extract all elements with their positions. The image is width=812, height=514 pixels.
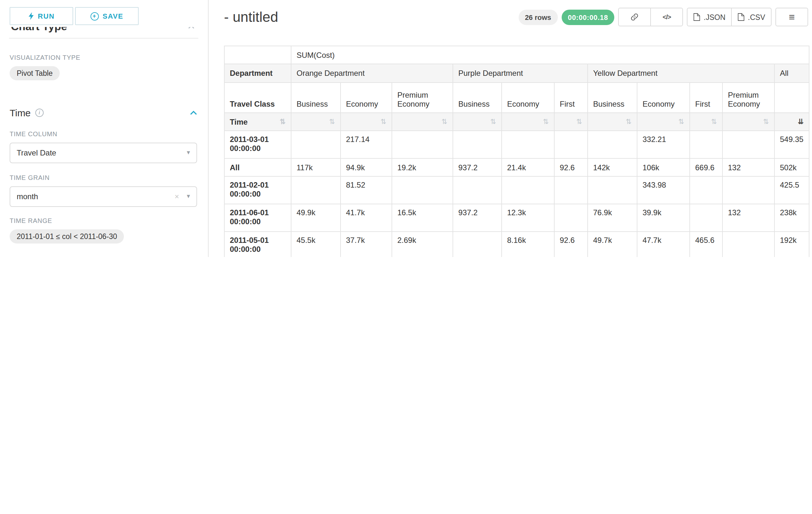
- sort-icon[interactable]: ⇅: [280, 117, 286, 126]
- pivot-cell: 343.98: [637, 177, 690, 204]
- time-column-select[interactable]: Travel Date ▾: [10, 143, 197, 163]
- time-header: Time⇅: [224, 113, 291, 131]
- pivot-cell: [453, 232, 502, 257]
- column-header: [775, 83, 809, 113]
- pivot-cell: [554, 131, 588, 158]
- run-button[interactable]: RUN: [10, 7, 73, 25]
- clear-icon[interactable]: ×: [175, 193, 179, 200]
- chevron-up-icon: [188, 27, 195, 29]
- time-section-title: Time: [10, 107, 31, 118]
- chart-panel: - untitled 26 rows 00:00:00.18 </>: [209, 0, 812, 257]
- sort-icon[interactable]: ⇅: [381, 117, 386, 126]
- app-window: RUN + SAVE Chart Type VISUALIZATION TYPE…: [0, 0, 812, 257]
- time-range-value[interactable]: 2011-01-01 ≤ col < 2011-06-30: [10, 229, 124, 244]
- file-icon: [694, 13, 701, 21]
- caret-down-icon: ▾: [187, 150, 190, 156]
- pivot-cell: 192k: [775, 232, 809, 257]
- sort-header-cell: ⇅: [588, 113, 637, 131]
- collapse-time-section-button[interactable]: [190, 110, 197, 115]
- table-row: 2011-06-01 00:00:00 49.9k 41.7k 16.5k 93…: [224, 204, 809, 232]
- column-header: Business: [453, 83, 502, 113]
- embed-code-button[interactable]: </>: [650, 8, 683, 26]
- export-json-button[interactable]: .JSON: [687, 8, 732, 26]
- pivot-cell: 16.5k: [392, 204, 453, 232]
- rows-count-badge: 26 rows: [518, 9, 557, 25]
- sort-icon[interactable]: ⇅: [711, 117, 717, 126]
- pivot-cell: 12.3k: [502, 204, 554, 232]
- pivot-cell: 37.7k: [341, 232, 392, 257]
- metric-header-row: SUM(Cost): [224, 46, 809, 64]
- sort-header-cell: ⇅: [453, 113, 502, 131]
- pivot-cell: 937.2: [453, 204, 502, 232]
- pivot-cell: [554, 177, 588, 204]
- sort-icon[interactable]: ⇅: [626, 117, 632, 126]
- pivot-cell: 92.6: [554, 158, 588, 177]
- chart-type-heading-clipped: Chart Type: [10, 27, 197, 35]
- travel-class-header-row: Travel Class Business Economy Premium Ec…: [224, 83, 809, 113]
- pivot-cell: 94.9k: [341, 158, 392, 177]
- column-header: Economy: [502, 83, 554, 113]
- pivot-cell: 8.16k: [502, 232, 554, 257]
- pivot-cell: [722, 131, 775, 158]
- pivot-cell: 47.7k: [637, 232, 690, 257]
- group-header-purple: Purple Department: [453, 64, 588, 83]
- circle-plus-icon: +: [90, 12, 99, 20]
- pivot-cell: 425.5: [775, 177, 809, 204]
- visualization-type-label: VISUALIZATION TYPE: [10, 54, 197, 61]
- pivot-cell: 41.7k: [341, 204, 392, 232]
- sort-header-cell: ⇅: [722, 113, 775, 131]
- sort-header-cell: ⇅: [502, 113, 554, 131]
- pivot-row-header: 2011-02-01 00:00:00: [224, 177, 291, 204]
- sort-icon[interactable]: ⇅: [329, 117, 335, 126]
- file-icon: [737, 13, 745, 21]
- column-header: Economy: [341, 83, 392, 113]
- group-header-orange: Orange Department: [291, 64, 453, 83]
- time-section-header: Time i: [10, 107, 197, 118]
- share-button-group: </>: [618, 8, 683, 26]
- chart-type-heading-text: Chart Type: [11, 27, 67, 33]
- sort-icon[interactable]: ⇅: [763, 117, 769, 126]
- pivot-cell: 132: [722, 204, 775, 232]
- pivot-cell: [392, 131, 453, 158]
- menu-icon: ≡: [789, 11, 795, 23]
- group-header-yellow: Yellow Department: [588, 64, 775, 83]
- save-button[interactable]: + SAVE: [75, 7, 139, 25]
- sort-icon[interactable]: ⇅: [678, 117, 684, 126]
- pivot-cell: 142k: [588, 158, 637, 177]
- pivot-cell: [588, 131, 637, 158]
- pivot-cell: 49.7k: [588, 232, 637, 257]
- sort-icon[interactable]: ⇅: [576, 117, 582, 126]
- menu-button-group: ≡: [775, 8, 808, 26]
- export-csv-button[interactable]: .CSV: [731, 8, 772, 26]
- sort-header-cell: ⇅: [690, 113, 722, 131]
- result-toolbar: 26 rows 00:00:00.18 </>: [518, 8, 808, 26]
- caret-down-icon: ▾: [187, 193, 190, 199]
- sort-icon[interactable]: ⇅: [442, 117, 447, 126]
- pivot-cell: 81.52: [341, 177, 392, 204]
- sort-header-row: Time⇅ ⇅ ⇅ ⇅ ⇅ ⇅ ⇅ ⇅ ⇅ ⇅ ⇅ ⇊: [224, 113, 809, 131]
- chevron-up-icon: [190, 110, 197, 115]
- pivot-cell: 2.69k: [392, 232, 453, 257]
- control-panel-sidebar: RUN + SAVE Chart Type VISUALIZATION TYPE…: [0, 0, 209, 257]
- bolt-icon: [28, 12, 34, 20]
- timer-badge: 00:00:00.18: [561, 9, 614, 25]
- pivot-cell: 106k: [637, 158, 690, 177]
- pivot-cell: 937.2: [453, 158, 502, 177]
- time-column-label: TIME COLUMN: [10, 130, 197, 137]
- time-column-value: Travel Date: [17, 148, 56, 157]
- sort-desc-icon[interactable]: ⇊: [798, 117, 804, 126]
- visualization-type-value[interactable]: Pivot Table: [10, 66, 60, 80]
- pivot-cell: 49.9k: [291, 204, 341, 232]
- options-menu-button[interactable]: ≡: [775, 8, 808, 26]
- sort-header-cell: ⇅: [637, 113, 690, 131]
- link-button[interactable]: [618, 8, 651, 26]
- page-title[interactable]: - untitled: [224, 9, 278, 25]
- pivot-cell: 502k: [775, 158, 809, 177]
- run-save-row: RUN + SAVE: [10, 7, 139, 25]
- column-header: First: [690, 83, 722, 113]
- pivot-row-header: 2011-06-01 00:00:00: [224, 204, 291, 232]
- sort-icon[interactable]: ⇅: [490, 117, 496, 126]
- time-grain-select[interactable]: month × ▾: [10, 186, 197, 207]
- pivot-cell: 45.5k: [291, 232, 341, 257]
- sort-icon[interactable]: ⇅: [543, 117, 549, 126]
